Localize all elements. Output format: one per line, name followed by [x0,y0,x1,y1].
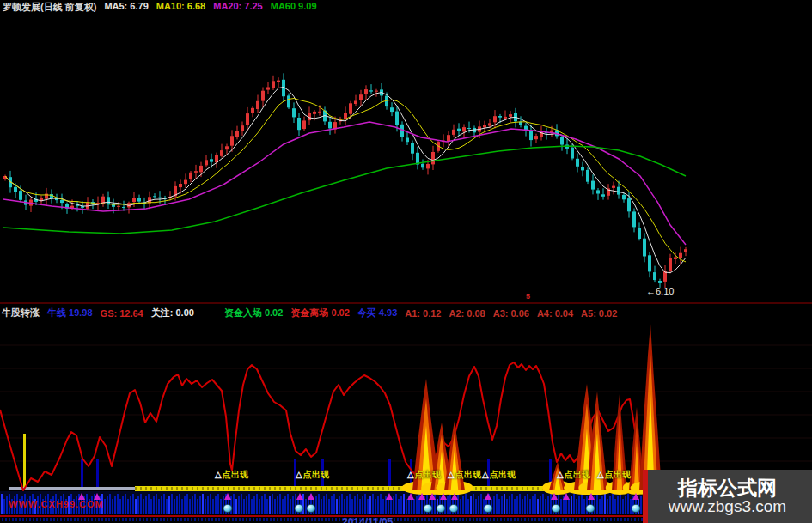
buy-signal-label: △点出现 [448,469,481,481]
price-annotation: ←6.10 [646,286,674,296]
ma20-line [3,122,686,245]
buy-signal-label: △点出现 [557,469,590,481]
signal-text: 点出现 [223,470,248,479]
candlestick-series [3,73,687,288]
signal-text: 点出现 [303,470,329,479]
app-window: 罗顿发展(日线 前复权)MA5: 6.79MA10: 6.68MA20: 7.2… [0,0,812,523]
indicator-token: 资金离场 0.02 [290,307,349,319]
title-token: 罗顿发展(日线 前复权) [3,1,96,13]
indicator-token: 今买 4.93 [357,307,397,319]
signal-text: 点出现 [605,470,631,479]
watermark-title: 指标公式网 [678,477,777,499]
buy-signal-label: △点出现 [215,469,248,481]
buy-signal-label: △点出现 [597,469,631,481]
signal-text: 点出现 [415,470,441,479]
indicator-token: 资金入场 0.02 [224,307,283,319]
signal-text: 点出现 [490,470,516,479]
indicator-token: 关注: 0.00 [151,307,194,319]
title-token: MA60 9.09 [271,1,317,13]
indicator-token: 牛线 19.98 [47,307,93,319]
date-axis-label: 2014/11/05 [342,516,393,523]
indicator-header: 牛股转涨牛线 19.98GS: 12.64关注: 0.00资金入场 0.02资金… [2,307,617,319]
indicator-token: GS: 12.64 [101,308,143,319]
watermark-url: www.zbgs3.com [669,498,786,515]
panel-separator [0,302,812,304]
buy-signal-label: △点出现 [296,469,329,481]
watermark-box: 指标公式网 www.zbgs3.com [643,470,812,523]
title-token: MA20: 7.25 [213,1,262,13]
axis-tick-label: 5 [526,292,530,301]
indicator-token: A2: 0.08 [449,308,485,319]
chart-title-bar: 罗顿发展(日线 前复权)MA5: 6.79MA10: 6.68MA20: 7.2… [3,1,317,13]
signal-text: 点出现 [565,470,590,479]
triangle-glyph: △ [482,470,489,479]
indicator-token: 牛股转涨 [2,307,40,319]
triangle-glyph: △ [296,470,302,479]
indicator-token: A4: 0.04 [537,308,573,319]
buy-signal-label: △点出现 [407,469,441,481]
triangle-glyph: △ [215,470,222,479]
buy-signal-label: △点出现 [482,469,516,481]
indicator-token: A3: 0.06 [493,308,529,319]
title-token: MA5: 6.79 [104,1,148,13]
triangle-glyph: △ [597,470,604,479]
triangle-glyph: △ [557,470,564,479]
indicator-token: A1: 0.12 [405,308,441,319]
indicator-token: A5: 0.02 [581,308,617,319]
watermark-red-stripe [643,470,648,523]
triangle-glyph: △ [407,470,414,479]
indicator-gridlines [0,345,812,461]
watermark-cxh99: WWW.CXH99.COM [9,499,104,509]
triangle-glyph: △ [448,470,455,479]
chart-canvas[interactable] [0,0,812,523]
title-token: MA10: 6.68 [156,1,205,13]
signal-text: 点出现 [455,470,481,479]
